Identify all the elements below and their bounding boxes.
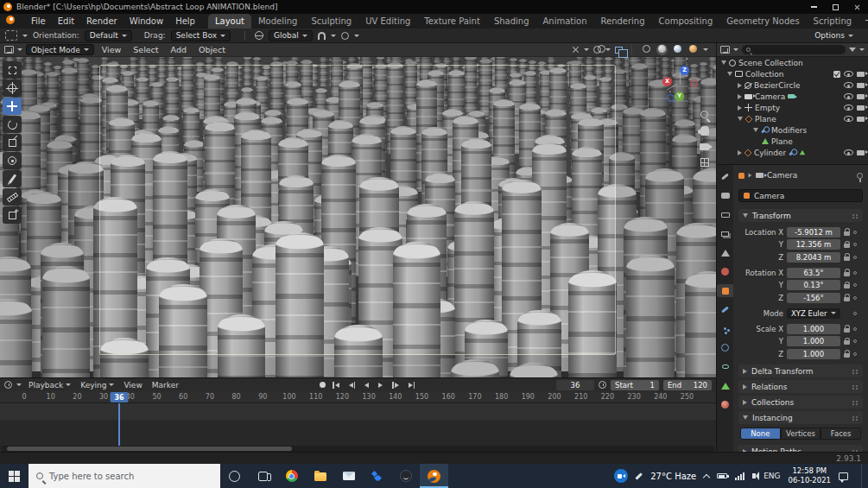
auto-keying-record-icon[interactable] bbox=[320, 382, 326, 388]
disclosure-icon[interactable] bbox=[738, 117, 743, 121]
decorator-dot-icon[interactable] bbox=[853, 296, 857, 300]
gizmo-x-axis[interactable]: X bbox=[662, 77, 672, 86]
lock-icon[interactable] bbox=[844, 231, 850, 236]
props-tab-object-data[interactable] bbox=[717, 379, 733, 392]
props-tab-scene[interactable] bbox=[717, 246, 733, 259]
hide-eye-icon[interactable] bbox=[844, 149, 853, 155]
playhead-line[interactable] bbox=[118, 403, 120, 446]
cortana-button[interactable] bbox=[220, 464, 249, 488]
shading-material-button[interactable] bbox=[672, 44, 683, 55]
viewport-menu-select[interactable]: Select bbox=[129, 45, 162, 54]
gizmo-x-neg-axis[interactable] bbox=[690, 79, 698, 87]
volume-icon[interactable] bbox=[752, 473, 756, 478]
outliner-row-empty[interactable]: Empty bbox=[717, 102, 868, 113]
weather-widget[interactable]: 27°C Haze bbox=[650, 472, 696, 481]
pen-tray-icon[interactable] bbox=[636, 472, 643, 479]
menu-help[interactable]: Help bbox=[169, 14, 201, 29]
gizmos-caret-icon[interactable] bbox=[584, 48, 589, 51]
props-tab-material[interactable] bbox=[717, 398, 733, 411]
outliner-row-cylinder[interactable]: Cylinder bbox=[717, 147, 868, 158]
language-indicator[interactable]: ENG bbox=[763, 472, 780, 480]
taskbar-app-mail[interactable] bbox=[334, 464, 363, 488]
location-z-field[interactable]: 8.2043 m bbox=[787, 252, 840, 263]
playhead-badge[interactable]: 36 bbox=[111, 392, 129, 402]
hide-eye-icon[interactable] bbox=[844, 93, 853, 99]
tool-move[interactable] bbox=[3, 98, 22, 115]
props-tab-modifiers[interactable] bbox=[717, 303, 733, 316]
tool-annotate[interactable] bbox=[3, 170, 22, 187]
outliner-editor-caret-icon[interactable] bbox=[733, 48, 738, 51]
lock-icon[interactable] bbox=[844, 272, 850, 276]
task-view-button[interactable] bbox=[249, 464, 277, 488]
props-tab-view-layer[interactable] bbox=[717, 227, 733, 240]
lock-icon[interactable] bbox=[844, 328, 850, 333]
tool-select-box[interactable] bbox=[3, 61, 22, 79]
workspace-tab-modeling[interactable]: Modeling bbox=[251, 14, 305, 29]
timeline-editor-icon[interactable] bbox=[4, 381, 12, 389]
filter-caret-icon[interactable] bbox=[859, 48, 865, 51]
workspace-tab-scripting[interactable]: Scripting bbox=[807, 14, 858, 29]
menu-file[interactable]: File bbox=[25, 14, 52, 29]
decorator-dot-icon[interactable] bbox=[853, 327, 857, 331]
gizmo-z-neg-axis[interactable] bbox=[667, 94, 675, 102]
lock-icon[interactable] bbox=[844, 284, 850, 288]
section-delta-transform[interactable]: Delta Transform bbox=[738, 364, 863, 377]
workspace-tab-uv-editing[interactable]: UV Editing bbox=[358, 14, 417, 29]
tool-add-cube[interactable] bbox=[3, 206, 22, 224]
menu-edit[interactable]: Edit bbox=[52, 14, 80, 29]
show-desktop-button[interactable] bbox=[861, 464, 865, 488]
current-frame-field[interactable]: 36 bbox=[556, 380, 594, 390]
start-button[interactable] bbox=[0, 464, 29, 488]
jump-to-start-button[interactable] bbox=[330, 382, 342, 389]
taskbar-app-round-dark[interactable] bbox=[391, 464, 420, 488]
rotation-x-field[interactable]: 63.5° bbox=[787, 268, 840, 278]
gizmo-z-axis[interactable]: Z bbox=[680, 66, 689, 75]
section-relations[interactable]: Relations bbox=[738, 380, 863, 393]
timeline-menu-view[interactable]: View bbox=[121, 381, 144, 390]
proportional-falloff-caret-icon[interactable] bbox=[354, 35, 359, 37]
workspace-tab-rendering[interactable]: Rendering bbox=[593, 14, 651, 29]
scale-z-field[interactable]: 1.000 bbox=[787, 349, 840, 359]
perspective-toggle-icon[interactable] bbox=[700, 158, 709, 167]
disclosure-icon[interactable] bbox=[753, 128, 758, 132]
scale-y-field[interactable]: 1.000 bbox=[787, 336, 840, 346]
timeline-tracks[interactable] bbox=[0, 403, 716, 446]
props-tab-world[interactable] bbox=[717, 265, 733, 278]
taskbar-clock[interactable]: 12:58 PM 06-10-2021 bbox=[789, 466, 831, 485]
rotation-z-field[interactable]: -156° bbox=[787, 293, 840, 303]
render-visibility-icon[interactable] bbox=[857, 72, 865, 77]
tool-rotate[interactable] bbox=[3, 116, 22, 133]
disclosure-icon[interactable] bbox=[721, 60, 726, 65]
props-tab-output[interactable] bbox=[717, 208, 733, 221]
shading-rendered-button[interactable] bbox=[687, 44, 699, 55]
render-visibility-icon[interactable] bbox=[857, 94, 865, 99]
workspace-tab-compositing[interactable]: Compositing bbox=[652, 14, 720, 29]
props-tab-object[interactable] bbox=[717, 284, 733, 297]
timeline-menu-keying[interactable]: Keying bbox=[78, 381, 117, 390]
jump-to-end-button[interactable] bbox=[406, 382, 418, 389]
shading-caret-icon[interactable] bbox=[703, 48, 708, 51]
app-menu-button[interactable] bbox=[0, 14, 25, 29]
lock-icon[interactable] bbox=[844, 244, 850, 248]
decorator-dot-icon[interactable] bbox=[853, 283, 857, 287]
object-name-field[interactable]: Camera bbox=[738, 189, 863, 202]
close-button[interactable] bbox=[846, 0, 868, 14]
options-dropdown[interactable]: Options bbox=[810, 30, 858, 41]
workspace-tab-layout[interactable]: Layout bbox=[208, 14, 251, 29]
editor-type-caret-icon[interactable] bbox=[17, 48, 22, 51]
notification-center-icon[interactable] bbox=[839, 472, 848, 480]
taskbar-search-input[interactable]: Type here to search bbox=[29, 464, 220, 488]
lock-icon[interactable] bbox=[844, 353, 850, 358]
xray-toggle-icon[interactable] bbox=[615, 47, 623, 54]
workspace-tab-geometry-nodes[interactable]: Geometry Nodes bbox=[719, 14, 806, 29]
maximize-button[interactable] bbox=[825, 0, 846, 14]
mode-dropdown[interactable]: Object Mode bbox=[26, 44, 94, 55]
prev-keyframe-button[interactable] bbox=[346, 382, 358, 389]
transform-panel-header[interactable]: Transform bbox=[738, 209, 863, 222]
collection-checkbox[interactable] bbox=[833, 71, 840, 78]
instancing-faces-button[interactable]: Faces bbox=[820, 428, 861, 440]
disclosure-icon[interactable] bbox=[738, 150, 742, 155]
viewport-canvas[interactable]: X Z Y bbox=[0, 57, 716, 377]
add-workspace-button[interactable] bbox=[858, 14, 868, 29]
props-tab-render[interactable] bbox=[717, 189, 733, 202]
